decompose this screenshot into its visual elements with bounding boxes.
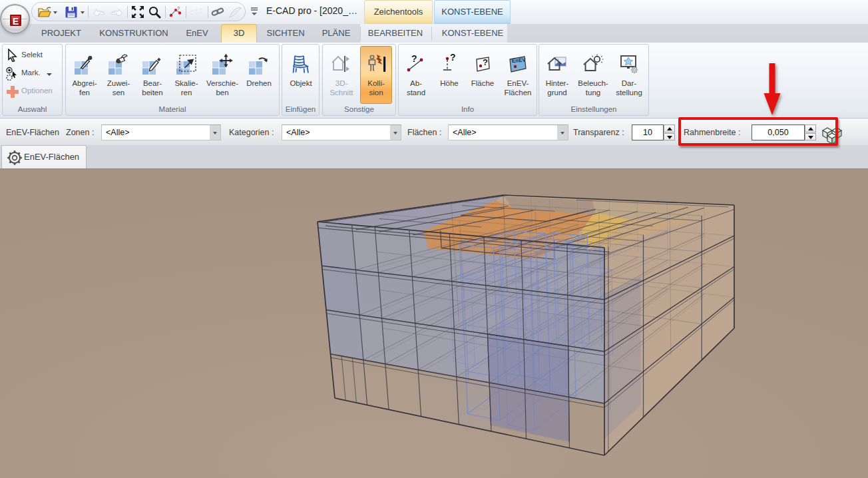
svg-text:EnEV: EnEV [512, 57, 527, 64]
svg-text:?: ? [177, 7, 180, 11]
svg-text:?: ? [483, 57, 488, 67]
svg-text:?: ? [411, 54, 417, 64]
svg-text:?: ? [450, 54, 456, 63]
